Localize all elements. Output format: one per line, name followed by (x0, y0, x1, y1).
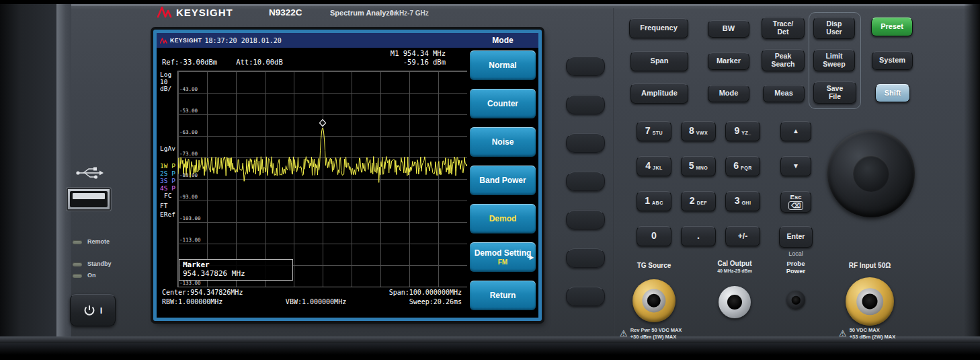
probe-power-label: Probe Power (776, 260, 816, 275)
key-label: Span (651, 57, 669, 65)
keysight-logo-icon-small (160, 37, 168, 44)
down-arrow-button[interactable]: ▼ (780, 156, 811, 176)
mode-button[interactable]: Mode (708, 85, 749, 102)
standby-led (73, 262, 82, 266)
key-6[interactable]: 6PQR (725, 156, 760, 176)
rotary-knob[interactable] (827, 130, 915, 217)
system-button[interactable]: System (872, 51, 913, 70)
cal-output-spec: 40 MHz-25 dBm (701, 267, 768, 275)
key-letters: VWX (696, 131, 708, 136)
key-digit: 7 (645, 126, 651, 136)
key-letters: ABC (652, 201, 663, 206)
tg-source-connector (632, 279, 676, 322)
scale-log: Log (160, 71, 171, 79)
key-letters: JKL (653, 166, 663, 171)
key-label: Sweep (823, 61, 845, 68)
trace-flag: LgAv (160, 145, 175, 152)
key-decimal[interactable]: . (681, 226, 716, 246)
key-label: Amplitude (641, 89, 678, 98)
remote-led-label: Remote (87, 238, 110, 245)
frequency-button[interactable]: Frequency (629, 18, 688, 38)
y-axis-tick-label: -83.00 (179, 172, 198, 178)
key-3[interactable]: 3GHI (725, 191, 760, 211)
marker-button[interactable]: Marker (708, 52, 749, 70)
key-2[interactable]: 2DEF (681, 191, 716, 211)
key-label: Save (827, 85, 844, 92)
softkey-demod-setting[interactable]: Demod Setting FM ▶ (470, 242, 536, 272)
center-frequency: Center:954.347826MHz (162, 289, 243, 296)
down-arrow-icon: ▼ (792, 163, 799, 170)
key-8[interactable]: 8VWX (681, 121, 716, 141)
y-axis-tick-label: -73.00 (179, 151, 198, 157)
span-button[interactable]: Span (630, 51, 688, 71)
connector-hole (862, 293, 877, 309)
peak-search-button[interactable]: PeakSearch (762, 49, 805, 71)
hardware-softkey-6[interactable] (566, 248, 605, 268)
hardware-softkey-1[interactable] (566, 57, 605, 76)
hardware-softkey-7[interactable] (566, 287, 605, 306)
lcd-screen: KEYSIGHT 18:37:20 2018.01.20 Mode Ref:-3… (153, 30, 542, 321)
probe-power-line1: Probe (776, 260, 816, 267)
bw-button[interactable]: BW (708, 20, 749, 38)
bottom-edge (0, 343, 980, 360)
rf-input-connector (846, 277, 894, 326)
enter-button[interactable]: Enter (779, 226, 813, 248)
key-4[interactable]: 4JKL (637, 156, 671, 176)
spectrum-trace (178, 71, 467, 287)
softkey-label: Normal (489, 61, 516, 70)
softkey-noise[interactable]: Noise (470, 127, 536, 157)
softkey-demod[interactable]: Demod (470, 204, 536, 233)
span-value: Span:100.000000MHz (389, 289, 462, 296)
power-button[interactable]: I (70, 294, 116, 326)
softkey-label: Noise (492, 137, 514, 147)
key-1[interactable]: 1ABC (637, 191, 671, 211)
key-label: Search (771, 61, 794, 68)
left-edge (0, 4, 58, 351)
usb-icon (75, 166, 105, 180)
y-axis-tick-label: -93.00 (179, 194, 198, 200)
marker-info-box: Marker 954.347826 MHz (179, 259, 293, 281)
screen-datetime: 18:37:20 2018.01.20 (204, 37, 281, 44)
softkey-return[interactable]: Return (470, 281, 536, 310)
warning-icon: ⚠ (620, 330, 628, 337)
hardware-softkey-3[interactable] (566, 133, 605, 153)
key-7[interactable]: 7STU (637, 121, 671, 141)
disp-user-button[interactable]: DispUser (813, 17, 855, 39)
amplitude-button[interactable]: Amplitude (630, 83, 688, 104)
key-label: Peak (775, 52, 792, 60)
key-digit: 8 (689, 126, 694, 136)
limit-sweep-button[interactable]: LimitSweep (813, 49, 855, 71)
rev-power-warning: ⚠ Rev Pwr 50 VDC MAX+30 dBm (1W) MAX (620, 327, 682, 340)
key-digit: 5 (689, 161, 694, 171)
softkey-sub-label: FM (498, 258, 507, 266)
save-file-button[interactable]: SaveFile (813, 81, 856, 104)
trace-det-button[interactable]: Trace/Det (762, 17, 805, 39)
hardware-softkey-2[interactable] (566, 95, 605, 114)
key-digit: 3 (735, 196, 740, 206)
warning-icon: ⚠ (839, 330, 847, 337)
softkey-normal[interactable]: Normal (470, 50, 536, 80)
meas-button[interactable]: Meas (763, 85, 805, 102)
hardware-softkey-5[interactable] (566, 210, 605, 229)
esc-backspace-button[interactable]: Esc⌫ (780, 191, 811, 213)
up-arrow-button[interactable]: ▲ (780, 121, 811, 141)
flag-eref: ERef (160, 210, 175, 219)
hardware-softkey-4[interactable] (566, 172, 605, 191)
softkey-label: Demod Setting (475, 248, 532, 258)
softkey-label: Return (490, 291, 516, 300)
softkey-label: Band Power (479, 176, 526, 185)
key-9[interactable]: 9YZ_ (725, 121, 760, 141)
key-letters: MNO (696, 166, 708, 171)
key-0[interactable]: 0 (637, 226, 671, 246)
key-plus-minus[interactable]: +/- (725, 226, 760, 246)
warning-line: 50 VDC MAX (850, 327, 896, 334)
key-label: System (879, 57, 905, 65)
marker-box-title: Marker (183, 260, 289, 269)
softkey-band-power[interactable]: Band Power (470, 166, 536, 195)
key-5[interactable]: 5MNO (681, 156, 716, 176)
screen-brand: KEYSIGHT (170, 37, 202, 44)
softkey-counter[interactable]: Counter (470, 89, 536, 118)
shift-button[interactable]: Shift (875, 84, 910, 102)
preset-button[interactable]: Preset (871, 17, 913, 36)
warning-line: Rev Pwr 50 VDC MAX (630, 327, 682, 334)
